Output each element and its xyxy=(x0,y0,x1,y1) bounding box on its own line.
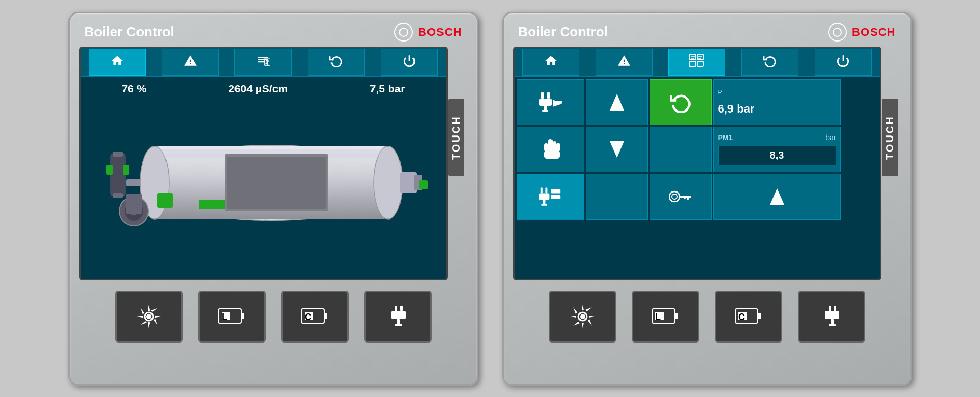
svg-rect-67 xyxy=(542,110,548,112)
svg-marker-89 xyxy=(770,188,784,205)
pm1-unit: bar xyxy=(825,133,836,142)
nav-power-2[interactable] xyxy=(815,49,872,76)
bosch-logo-icon-1 xyxy=(394,23,413,42)
grid-empty-center-2[interactable] xyxy=(650,127,712,172)
svg-marker-91 xyxy=(582,305,584,310)
list-icon-2 xyxy=(689,54,705,71)
grid-arrow-up-right[interactable] xyxy=(713,174,841,220)
grid-arrow-up-1[interactable] xyxy=(586,79,648,125)
svg-rect-54 xyxy=(689,54,696,60)
svg-rect-108 xyxy=(829,306,831,311)
svg-rect-82 xyxy=(551,189,560,193)
svg-text:C: C xyxy=(305,312,311,322)
svg-rect-40 xyxy=(241,313,244,319)
svg-rect-109 xyxy=(834,306,836,311)
svg-rect-2 xyxy=(258,61,265,62)
svg-point-85 xyxy=(672,194,677,199)
grid-row-3 xyxy=(517,174,878,220)
svg-rect-50 xyxy=(400,306,403,311)
bottom-btn-battery-c-1[interactable]: C C xyxy=(281,291,349,343)
svg-rect-101 xyxy=(675,313,678,319)
svg-rect-49 xyxy=(395,306,397,311)
svg-point-84 xyxy=(669,191,680,202)
svg-rect-77 xyxy=(540,187,542,193)
power-icon-2 xyxy=(836,54,850,71)
panel-divider xyxy=(489,12,492,386)
svg-rect-32 xyxy=(227,157,326,209)
touch-label-2: TOUCH xyxy=(882,99,898,176)
svg-rect-15 xyxy=(113,193,123,198)
grid-pressure-p: P 6,9 bar xyxy=(713,79,841,125)
bottom-btn-battery-l-1[interactable]: L L xyxy=(198,291,266,343)
screen-1-nav xyxy=(81,48,446,77)
svg-rect-112 xyxy=(829,324,836,326)
grid-key[interactable] xyxy=(650,174,712,220)
svg-point-99 xyxy=(580,314,585,319)
svg-rect-88 xyxy=(684,196,686,199)
grid-plug-left[interactable] xyxy=(517,79,584,125)
svg-rect-81 xyxy=(541,204,547,205)
svg-rect-65 xyxy=(539,99,552,106)
nav-home-2[interactable] xyxy=(522,49,579,76)
screen-2: P 6,9 bar xyxy=(513,47,881,280)
svg-text:L: L xyxy=(222,312,227,322)
svg-rect-72 xyxy=(553,141,556,152)
svg-rect-79 xyxy=(539,193,549,200)
svg-rect-71 xyxy=(548,139,553,152)
svg-rect-74 xyxy=(544,143,548,152)
pm1-label: PM1 xyxy=(718,133,733,142)
nav-warning-1[interactable] xyxy=(162,49,219,76)
panel-2-header: Boiler Control BOSCH xyxy=(513,23,901,47)
nav-refresh-1[interactable] xyxy=(308,49,365,76)
svg-rect-57 xyxy=(697,54,703,60)
svg-marker-35 xyxy=(148,305,150,310)
pressure-p-label: P xyxy=(718,89,722,96)
grid-pm1: PM1 bar 8,3 xyxy=(713,127,841,172)
svg-rect-60 xyxy=(689,61,696,66)
grid-empty-row3-2[interactable] xyxy=(586,174,648,220)
nav-home-1[interactable] xyxy=(89,49,146,76)
nav-warning-2[interactable] xyxy=(596,49,653,76)
bottom-btn-plug-1[interactable] xyxy=(364,291,432,343)
nav-refresh-2[interactable] xyxy=(741,49,798,76)
nav-power-1[interactable] xyxy=(381,49,438,76)
svg-marker-70 xyxy=(610,94,624,111)
pressure-stat: 7,5 bar xyxy=(370,83,405,95)
bottom-btn-plug-2[interactable] xyxy=(798,291,865,343)
warning-icon-2 xyxy=(617,54,631,71)
svg-marker-92 xyxy=(582,323,584,328)
svg-point-34 xyxy=(146,314,151,319)
boiler-visual-1 xyxy=(95,102,432,253)
svg-rect-78 xyxy=(545,187,547,193)
svg-rect-45 xyxy=(324,313,327,319)
grid-hand[interactable] xyxy=(517,127,584,172)
bottom-btn-battery-l-2[interactable]: L xyxy=(632,291,699,343)
svg-rect-0 xyxy=(258,57,269,58)
bottom-buttons-1: L L C C xyxy=(115,291,432,343)
panel-2: Boiler Control BOSCH xyxy=(502,12,912,386)
svg-rect-105 xyxy=(758,313,761,319)
nav-list-2[interactable] xyxy=(668,49,725,76)
grid-arrow-down-1[interactable] xyxy=(586,127,648,172)
svg-rect-53 xyxy=(395,324,402,326)
bottom-btn-settings-1[interactable] xyxy=(115,291,183,343)
screen-2-nav xyxy=(515,48,880,77)
grid-refresh-active[interactable] xyxy=(650,79,712,125)
panel-2-title: Boiler Control xyxy=(518,24,608,40)
svg-rect-83 xyxy=(551,195,560,199)
svg-marker-97 xyxy=(585,307,592,311)
svg-rect-87 xyxy=(687,196,689,200)
svg-rect-26 xyxy=(419,180,428,189)
nav-list-1[interactable] xyxy=(234,49,292,76)
svg-rect-11 xyxy=(111,154,125,196)
svg-rect-12 xyxy=(106,165,113,175)
touch-label-1: TOUCH xyxy=(448,99,464,176)
svg-marker-76 xyxy=(610,141,624,158)
grid-plug-bottom[interactable] xyxy=(517,174,584,220)
bottom-btn-battery-c-2[interactable]: C xyxy=(715,291,782,343)
bottom-btn-settings-2[interactable] xyxy=(549,291,616,343)
svg-rect-110 xyxy=(825,311,839,319)
stats-row-1: 76 % 2604 µS/cm 7,5 bar xyxy=(81,83,446,95)
home-icon-1 xyxy=(111,54,124,71)
svg-rect-61 xyxy=(697,61,703,66)
